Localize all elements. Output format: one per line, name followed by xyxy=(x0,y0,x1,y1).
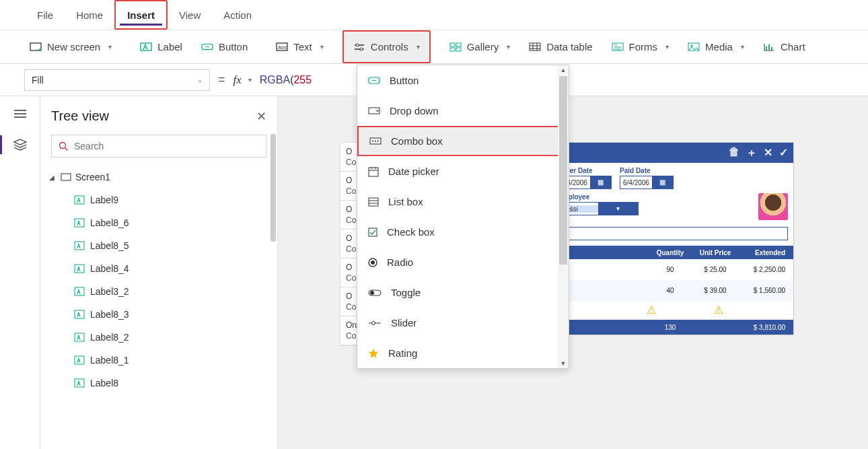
employee-select[interactable]: Rossi▾ xyxy=(558,202,639,215)
scrollbar-thumb[interactable] xyxy=(270,134,276,242)
chevron-down-icon: ▾ xyxy=(741,43,744,50)
menu-item-combobox[interactable]: Combo box xyxy=(357,126,569,156)
label-button[interactable]: Label xyxy=(131,30,192,63)
search-input[interactable] xyxy=(51,135,266,158)
tree-node-screen1[interactable]: ◢ Screen1 xyxy=(47,166,266,188)
tab-insert[interactable]: Insert xyxy=(114,0,168,30)
left-rail xyxy=(0,96,40,449)
cell-price: $ 25.00 xyxy=(691,266,739,273)
hamburger-icon[interactable] xyxy=(12,107,28,120)
tree-node-label: Label3_2 xyxy=(90,286,129,297)
menu-item-label: Button xyxy=(390,75,419,86)
field-label: Employee xyxy=(558,193,639,201)
button-button[interactable]: Button xyxy=(192,30,257,63)
tree-node-label: Label8_3 xyxy=(90,309,129,320)
date-value: 6/4/2006 xyxy=(620,179,652,186)
menu-item-label: Rating xyxy=(388,347,417,359)
datatable-button[interactable]: Data table xyxy=(519,30,602,63)
menu-item-button[interactable]: Button xyxy=(357,65,569,96)
star-icon xyxy=(368,348,379,359)
tree-node-label8-4[interactable]: Label8_4 xyxy=(47,257,266,280)
scroll-down-icon[interactable]: ▼ xyxy=(558,360,569,367)
svg-point-34 xyxy=(377,140,379,141)
confirm-icon[interactable]: ✓ xyxy=(779,146,788,160)
calendar-icon: ▦ xyxy=(652,176,673,188)
svg-point-33 xyxy=(375,140,376,141)
menu-item-toggle[interactable]: Toggle xyxy=(357,277,569,308)
formula-input[interactable]: RGBA(255 xyxy=(260,73,312,86)
tree-node-label: Screen1 xyxy=(75,172,110,182)
menu-item-datepicker[interactable]: Date picker xyxy=(357,156,569,186)
scroll-up-icon[interactable]: ▲ xyxy=(558,67,569,73)
order-id: O xyxy=(346,147,352,156)
menu-item-checkbox[interactable]: Check box xyxy=(357,217,569,247)
datatable-label: Data table xyxy=(546,41,592,53)
field-label: Paid Date xyxy=(620,167,674,174)
svg-point-14 xyxy=(691,44,693,46)
warning-icon: ⚠ xyxy=(647,304,656,316)
avatar xyxy=(758,193,788,220)
paid-date-input[interactable]: 6/4/2006▦ xyxy=(620,176,674,189)
label-icon xyxy=(74,264,85,273)
tree-node-label8-2[interactable]: Label8_2 xyxy=(47,326,266,349)
menu-item-label: Date picker xyxy=(388,166,439,177)
combobox-icon xyxy=(369,137,382,145)
svg-rect-11 xyxy=(530,43,540,50)
checkbox-icon xyxy=(368,228,377,237)
forms-button[interactable]: Forms ▾ xyxy=(602,30,679,63)
tree-node-label9[interactable]: Label9 xyxy=(47,188,266,211)
tree-view-title: Tree view xyxy=(51,108,109,124)
svg-rect-8 xyxy=(456,43,461,46)
svg-text:Abc: Abc xyxy=(278,44,287,50)
property-selector[interactable]: Fill ⌄ xyxy=(24,69,210,91)
formula-arg: 255 xyxy=(293,74,312,85)
menu-item-slider[interactable]: Slider xyxy=(357,308,569,338)
tree-view-icon[interactable] xyxy=(12,138,28,151)
chevron-down-icon: ▾ xyxy=(507,43,510,50)
new-screen-button[interactable]: New screen ▾ xyxy=(20,30,121,63)
tree-node-label8[interactable]: Label8 xyxy=(47,372,266,394)
new-screen-label: New screen xyxy=(47,41,100,53)
fx-button[interactable]: fx ▾ xyxy=(233,73,252,87)
tree-node-label: Label8_4 xyxy=(90,263,129,274)
add-icon[interactable]: ＋ xyxy=(746,146,757,160)
chart-button[interactable]: Chart xyxy=(754,30,815,63)
tree-node-label: Label8_6 xyxy=(90,217,129,228)
slider-icon xyxy=(368,320,382,326)
cell-qty: 40 xyxy=(649,287,691,294)
tree-node-label3-2[interactable]: Label3_2 xyxy=(47,280,266,303)
text-button[interactable]: Abc Text ▾ xyxy=(266,30,333,63)
svg-rect-17 xyxy=(771,47,772,50)
tree-node-label8-1[interactable]: Label8_1 xyxy=(47,349,266,372)
chevron-down-icon: ▾ xyxy=(665,43,669,50)
close-icon[interactable]: ✕ xyxy=(256,109,266,124)
menu-item-dropdown[interactable]: Drop down xyxy=(357,96,569,126)
tree-node-label8-5[interactable]: Label8_5 xyxy=(47,234,266,257)
tab-view[interactable]: View xyxy=(168,0,212,30)
tree-node-label: Label8_5 xyxy=(90,240,129,251)
menu-item-listbox[interactable]: List box xyxy=(357,186,569,217)
controls-button[interactable]: Controls ▾ xyxy=(342,30,431,63)
order-id: O xyxy=(346,291,352,301)
scrollbar-thumb[interactable] xyxy=(559,76,567,265)
svg-rect-7 xyxy=(450,43,455,46)
totals-ext: $ 3,810.00 xyxy=(739,324,788,331)
menu-scrollbar[interactable]: ▲ ▼ xyxy=(558,65,569,368)
tree-node-label: Label9 xyxy=(90,195,118,205)
media-button[interactable]: Media ▾ xyxy=(678,30,754,63)
caret-icon: ◢ xyxy=(47,174,57,181)
cancel-icon[interactable]: ✕ xyxy=(764,146,772,160)
search-field[interactable] xyxy=(74,141,259,151)
tab-file[interactable]: File xyxy=(26,0,65,30)
tree-node-label8-3[interactable]: Label8_3 xyxy=(47,303,266,326)
gallery-button[interactable]: Gallery ▾ xyxy=(440,30,520,63)
label-icon xyxy=(74,218,85,228)
dropdown-icon xyxy=(368,107,380,115)
delete-icon[interactable]: 🗑 xyxy=(729,146,739,160)
tab-home[interactable]: Home xyxy=(65,0,114,30)
tree-node-label8-6[interactable]: Label8_6 xyxy=(47,211,266,234)
tree-view-pane: Tree view ✕ ◢ Screen1 Label9 Label8_6 La… xyxy=(40,96,278,449)
menu-item-rating[interactable]: Rating xyxy=(357,338,569,368)
menu-item-radio[interactable]: Radio xyxy=(357,247,569,277)
tab-action[interactable]: Action xyxy=(212,0,263,30)
